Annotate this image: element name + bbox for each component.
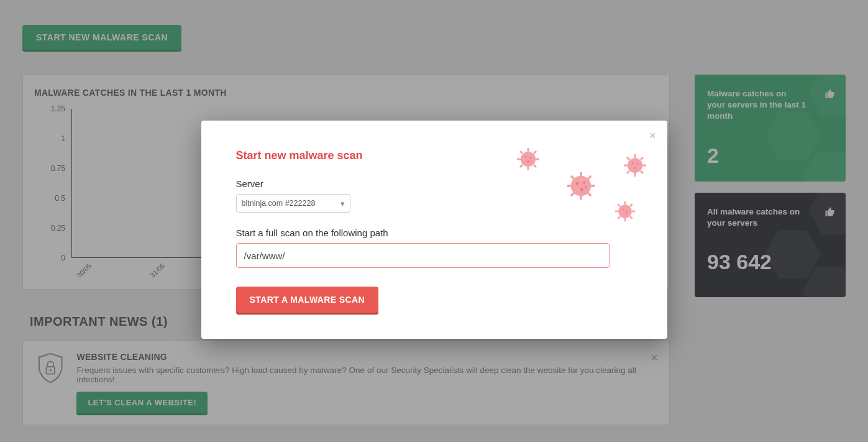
- svg-point-47: [618, 205, 632, 218]
- server-selected-value: bitninja.com #222228: [242, 199, 316, 208]
- svg-point-22: [628, 158, 642, 173]
- virus-icon: [565, 170, 596, 201]
- page-root: START NEW MALWARE SCAN MALWARE CATCHES I…: [0, 0, 868, 442]
- svg-point-24: [636, 163, 638, 165]
- svg-point-38: [584, 186, 586, 188]
- chevron-down-icon: ▾: [340, 199, 345, 208]
- server-select[interactable]: bitninja.com #222228 ▾: [236, 194, 350, 213]
- svg-point-23: [631, 162, 633, 163]
- virus-icon: [516, 147, 541, 172]
- svg-point-36: [583, 182, 585, 184]
- svg-line-30: [570, 176, 573, 179]
- svg-line-6: [520, 151, 523, 154]
- svg-line-43: [618, 204, 620, 206]
- svg-point-48: [622, 209, 624, 211]
- svg-line-21: [627, 171, 629, 173]
- virus-icon: [614, 200, 636, 223]
- svg-line-32: [588, 176, 591, 179]
- svg-line-46: [618, 216, 620, 219]
- svg-line-19: [641, 171, 643, 173]
- svg-line-31: [588, 193, 591, 196]
- svg-point-13: [527, 160, 529, 163]
- path-input[interactable]: [236, 243, 610, 268]
- svg-point-10: [521, 152, 536, 167]
- svg-line-20: [641, 157, 643, 160]
- svg-line-7: [534, 165, 536, 167]
- svg-point-35: [575, 182, 578, 185]
- svg-line-8: [534, 151, 536, 154]
- svg-point-34: [570, 176, 591, 196]
- modal-title: Start new malware scan: [236, 149, 633, 162]
- start-malware-scan-button[interactable]: START A MALWARE SCAN: [236, 287, 379, 313]
- svg-point-49: [626, 211, 628, 213]
- path-label: Start a full scan on the following path: [236, 228, 633, 238]
- close-icon[interactable]: ×: [649, 129, 656, 142]
- svg-line-9: [520, 165, 523, 167]
- svg-line-33: [570, 193, 573, 196]
- modal-overlay[interactable]: × Start new malware scan Server bitninja…: [0, 0, 868, 442]
- svg-point-11: [524, 155, 526, 157]
- svg-point-12: [529, 157, 531, 159]
- svg-line-18: [627, 157, 629, 160]
- virus-icon: [623, 153, 647, 178]
- svg-line-45: [630, 204, 633, 206]
- scan-modal: × Start new malware scan Server bitninja…: [201, 121, 667, 339]
- svg-point-37: [580, 188, 583, 191]
- svg-point-25: [634, 167, 636, 169]
- svg-line-44: [630, 216, 633, 219]
